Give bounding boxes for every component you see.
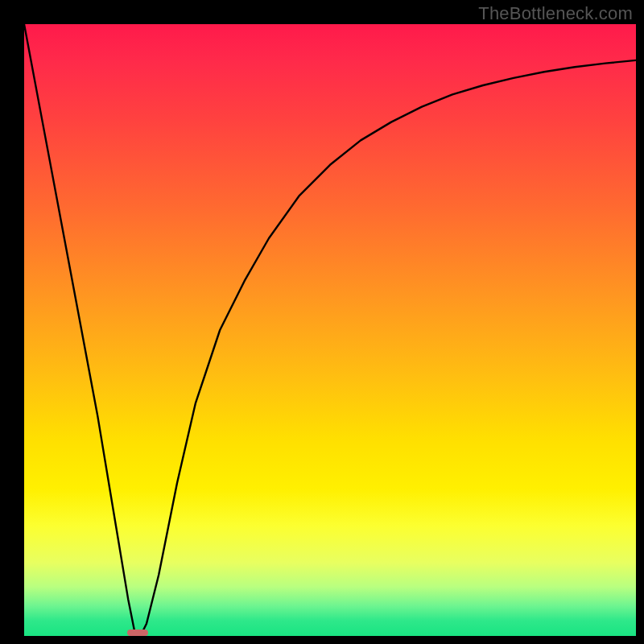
watermark-text: TheBottleneck.com — [478, 3, 633, 24]
optimal-point-marker — [127, 630, 148, 636]
bottleneck-curve — [24, 24, 636, 636]
plot-area — [24, 24, 636, 636]
chart-frame: TheBottleneck.com — [0, 0, 644, 644]
